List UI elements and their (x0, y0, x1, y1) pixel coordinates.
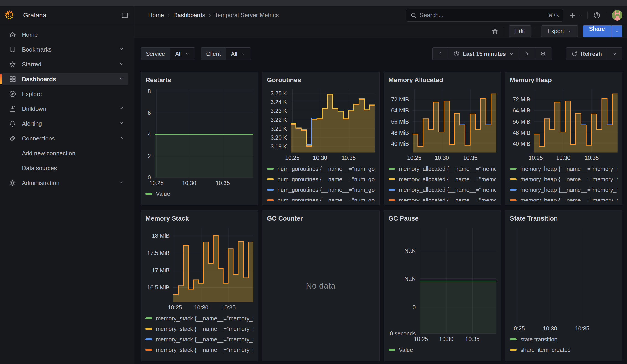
legend-item[interactable]: num_goroutines {__name__="num_go (267, 166, 375, 172)
chart: 16.5 MiB17 MiB17.5 MiB18 MiB10:2510:3010… (146, 228, 253, 312)
legend-item[interactable]: memory_allocated {__name__="memc (388, 197, 496, 201)
sidebar-item-add-new-connection[interactable]: Add new connection (2, 147, 128, 159)
sidebar-item-alerting[interactable]: Alerting (2, 118, 128, 130)
share-menu-button[interactable] (612, 25, 623, 37)
y-axis-label: 18 MiB (152, 232, 170, 239)
sidebar-item-dashboards[interactable]: Dashboards (2, 73, 128, 85)
service-filter-value[interactable]: All (170, 48, 195, 60)
breadcrumb-home[interactable]: Home (148, 12, 164, 19)
x-axis-label: 10:25 (149, 180, 164, 186)
panel-title[interactable]: GC Pause (388, 215, 496, 222)
legend-item[interactable]: num_goroutines {__name__="num_go (267, 187, 375, 193)
y-axis-label: 64 MiB (513, 107, 530, 114)
panel-title[interactable]: Memory Heap (510, 76, 618, 84)
chevron-down-icon[interactable] (118, 179, 124, 187)
legend-item[interactable]: memory_heap {__name__="memory_h (510, 166, 618, 172)
chevron-up-icon[interactable] (118, 135, 124, 142)
x-axis-label: 10:35 (221, 304, 236, 311)
legend-item[interactable]: memory_allocated {__name__="memc (388, 176, 496, 182)
refresh-button[interactable]: Refresh (566, 48, 607, 60)
legend: Value (388, 347, 496, 357)
client-filter-value[interactable]: All (226, 48, 251, 60)
service-filter-label: Service (141, 48, 170, 60)
filter-row: Service All Client All (141, 48, 623, 60)
time-back-button[interactable] (432, 48, 448, 60)
plot-area[interactable]: 40 MiB48 MiB56 MiB64 MiB72 MiB (534, 90, 618, 152)
favorite-star-icon[interactable] (491, 28, 499, 35)
legend-item[interactable]: memory_allocated {__name__="memc (388, 166, 496, 172)
panel-title[interactable]: Memory Stack (146, 215, 253, 222)
chevron-down-icon[interactable] (118, 75, 124, 83)
time-picker-group: Last 15 minutes (432, 48, 552, 60)
sidebar-item-home[interactable]: Home (2, 29, 128, 41)
plot-area[interactable]: 3.19 K3.20 K3.21 K3.22 K3.23 K3.24 K3.25… (291, 90, 375, 152)
plot-area[interactable] (514, 228, 618, 323)
panel-title[interactable]: Goroutines (267, 76, 375, 84)
legend-item[interactable]: memory_stack {__name__="memory_s (146, 315, 253, 321)
chevron-down-icon[interactable] (118, 46, 124, 53)
legend-item[interactable]: Value (146, 191, 253, 197)
chevron-down-icon[interactable] (118, 105, 124, 113)
legend-series-marker (267, 199, 274, 201)
sidebar-item-drilldown[interactable]: Drilldown (2, 103, 128, 115)
chevron-down-icon[interactable] (118, 61, 124, 68)
collapse-sidebar-icon[interactable] (121, 11, 129, 19)
chevron-down-icon (185, 51, 190, 56)
chevron-down-icon (615, 29, 620, 34)
legend-item[interactable]: state transition (510, 336, 618, 343)
panel-restarts: Restarts0246810:2510:3010:35Value (141, 72, 258, 206)
legend: memory_allocated {__name__="memcmemory_a… (388, 166, 496, 201)
time-controls: Last 15 minutes Refresh (432, 48, 623, 60)
sidebar-item-starred[interactable]: Starred (2, 58, 128, 70)
legend-series-marker (146, 338, 152, 340)
plot-area[interactable]: 16.5 MiB17 MiB17.5 MiB18 MiB (173, 228, 253, 302)
panel-memory-allocated: Memory Allocated40 MiB48 MiB56 MiB64 MiB… (384, 72, 501, 206)
plot-area[interactable]: 40 MiB48 MiB56 MiB64 MiB72 MiB (413, 90, 496, 152)
sidebar-item-administration[interactable]: Administration (2, 177, 128, 189)
sidebar-item-explore[interactable]: Explore (2, 88, 128, 100)
legend-series-marker (510, 178, 517, 180)
legend-item[interactable]: memory_allocated {__name__="memc (388, 187, 496, 193)
grafana-logo (4, 10, 15, 20)
share-button[interactable]: Share (583, 25, 611, 37)
refresh-interval-button[interactable] (607, 48, 622, 60)
star-icon (9, 60, 16, 68)
plot-area[interactable]: 0 seconds0NaNNaN (419, 228, 496, 333)
x-axis-label: 10:30 (439, 336, 454, 342)
legend-item[interactable]: memory_stack {__name__="memory_s (146, 326, 253, 332)
help-icon[interactable] (593, 11, 601, 19)
sidebar-item-connections[interactable]: Connections (2, 133, 128, 144)
edit-button[interactable]: Edit (509, 25, 531, 37)
legend-item[interactable]: memory_heap {__name__="memory_h (510, 187, 618, 193)
add-button[interactable] (569, 12, 582, 19)
legend-item[interactable]: memory_heap {__name__="memory_h (510, 197, 618, 201)
legend-item[interactable]: Value (388, 347, 496, 353)
panel-title[interactable]: State Transition (510, 215, 618, 222)
chart: 40 MiB48 MiB56 MiB64 MiB72 MiB10:2510:30… (388, 90, 496, 162)
avatar[interactable] (612, 10, 623, 20)
panel-title[interactable]: Memory Allocated (388, 76, 496, 84)
legend-item[interactable]: memory_stack {__name__="memory_s (146, 347, 253, 353)
legend-item[interactable]: memory_heap {__name__="memory_h (510, 176, 618, 182)
zoom-out-button[interactable] (535, 48, 552, 60)
time-range-picker[interactable]: Last 15 minutes (448, 48, 519, 60)
plot-area[interactable]: 02468 (155, 90, 253, 177)
legend-item[interactable]: num_goroutines {__name__="num_go (267, 197, 375, 201)
legend-item[interactable]: num_goroutines {__name__="num_go (267, 176, 375, 182)
legend-series-label: num_goroutines {__name__="num_go (277, 197, 375, 201)
panel-title[interactable]: Restarts (146, 76, 253, 84)
time-forward-button[interactable] (519, 48, 535, 60)
export-button[interactable]: Export (541, 25, 578, 37)
sidebar-item-bookmarks[interactable]: Bookmarks (2, 44, 128, 55)
legend-item[interactable]: shard_item_created (510, 347, 618, 353)
legend-series-label: memory_heap {__name__="memory_h (520, 187, 618, 193)
search-input[interactable]: Search... ⌘+k (406, 9, 563, 22)
legend-series-label: memory_allocated {__name__="memc (399, 187, 496, 193)
sidebar-item-data-sources[interactable]: Data sources (2, 162, 128, 174)
breadcrumb-dashboards[interactable]: Dashboards (173, 12, 205, 19)
legend-item[interactable]: memory_stack {__name__="memory_s (146, 336, 253, 343)
legend-series-label: num_goroutines {__name__="num_go (277, 166, 375, 172)
x-axis-label: 10:35 (465, 336, 480, 342)
x-axis-label: 10:25 (285, 155, 300, 161)
chevron-down-icon[interactable] (118, 120, 124, 127)
